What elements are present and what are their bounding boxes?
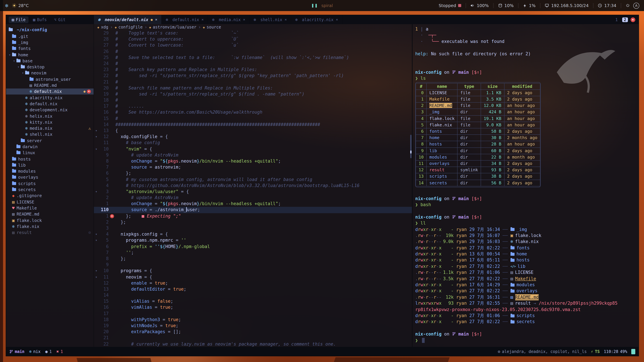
tabpage-2[interactable]: 2	[622, 17, 628, 22]
code-line[interactable]: 1✖ }; ■ Expecting ";"	[94, 213, 412, 219]
code-line[interactable]: 15#	[94, 115, 412, 121]
code-line[interactable]: 18 withPython3 = true;	[94, 317, 412, 323]
code-line[interactable]: 14	[94, 292, 412, 298]
code-line[interactable]: 28# Convert to uppercase: `U`	[94, 36, 412, 42]
code-line[interactable]: 16 vimAlias = true;	[94, 305, 412, 311]
code-area[interactable]: 29# Toggle text's case: `~`28# Convert t…	[94, 30, 412, 347]
code-line[interactable]: 23# Search key pattern and Replace in Mu…	[94, 67, 412, 73]
code-line[interactable]: 21#	[94, 79, 412, 85]
code-line[interactable]: 17# ......	[94, 103, 412, 109]
code-line[interactable]: 7 '';	[94, 250, 412, 256]
tree-item[interactable]: ❄flake.nix	[6, 223, 94, 229]
code-line[interactable]: 15 viAlias = false;	[94, 299, 412, 305]
code-line[interactable]: 9 # update AstroNvim	[94, 152, 412, 158]
tree-item[interactable]: linux	[6, 150, 94, 156]
tree-item[interactable]: ▤result⊙	[6, 229, 94, 236]
scrollbar-thumb[interactable]	[410, 135, 412, 158]
tree-item[interactable]: ▤README.md	[6, 82, 94, 88]
code-line[interactable]: 20# Search file name pattern and Replace…	[94, 85, 412, 91]
buffer-tab[interactable]: ❄default.nix×	[162, 15, 208, 24]
code-line[interactable]: 11 # base config	[94, 140, 412, 146]
code-line[interactable]: 22# sed -ri "s/pattern_str/replace_str/g…	[94, 73, 412, 79]
code-line[interactable]: 19# sed -ri "s/pattern_str/replace_str/g…	[94, 91, 412, 97]
tree-item[interactable]: ❄development.nix	[6, 107, 94, 113]
tree-item[interactable]: ▾desktop	[6, 64, 94, 70]
tree-item[interactable]: ❄kitty.nix	[6, 119, 94, 125]
tree-item[interactable]: ❄media.nix⚠	[6, 125, 94, 131]
tree-item[interactable]: ❄default.nix	[6, 101, 94, 107]
tree-item[interactable]: ♥Makefile	[6, 205, 94, 211]
tree-root[interactable]: ~/nix-config	[6, 26, 94, 33]
tree-item[interactable]: ❄helix.nix	[6, 113, 94, 119]
tree-item[interactable]: ❄alacritty.nix	[6, 94, 94, 101]
code-line[interactable]: 18#	[94, 97, 412, 103]
code-line[interactable]: 6 };	[94, 170, 412, 176]
code-line[interactable]: 19 withNodeJs = true;	[94, 323, 412, 329]
code-line[interactable]: 2 };	[94, 219, 412, 225]
code-line[interactable]: 17	[94, 311, 412, 317]
tree-item[interactable]: darwin	[6, 144, 94, 150]
disk-module[interactable]: 10%	[498, 3, 514, 8]
tree-item[interactable]: fonts	[6, 45, 94, 52]
code-line[interactable]: 8 onChange = "${pkgs.neovim}/bin/nvim --…	[94, 158, 412, 164]
code-line[interactable]: 21	[94, 335, 412, 341]
code-line[interactable]: 9	[94, 262, 412, 268]
code-line[interactable]: ▾3 "astronvim/lua/user" = {	[94, 189, 412, 195]
tree-item[interactable]: ▤LICENSE	[6, 199, 94, 205]
code-line[interactable]: 29# Toggle text's case: `~`	[94, 30, 412, 36]
code-line[interactable]: ▾10 programs = {	[94, 268, 412, 274]
code-line[interactable]: ▾4 nixpkgs.config = {	[94, 231, 412, 237]
close-icon[interactable]: ×	[336, 17, 338, 22]
code-line[interactable]: 1 onChange = "${pkgs.neovim}/bin/nvim --…	[94, 201, 412, 207]
command-line[interactable]: ❯ ll	[415, 220, 639, 226]
player-status-module[interactable]: Stopped	[439, 3, 461, 8]
close-icon[interactable]: ×	[202, 17, 204, 22]
code-line[interactable]: 20 extraPackages = [];	[94, 329, 412, 335]
code-line[interactable]: 2 # update AstroNvim	[94, 195, 412, 201]
code-line[interactable]: ▾12 xdg.configFile = {	[94, 134, 412, 140]
code-line[interactable]: 8 };	[94, 256, 412, 262]
code-line[interactable]: 4 # https://github.com/AstroNvim/AstroNv…	[94, 183, 412, 189]
code-line[interactable]: ▾13{	[94, 128, 412, 134]
command-line[interactable]: ❯ ls	[415, 75, 639, 82]
tree-item[interactable]: scripts	[6, 180, 94, 187]
code-line[interactable]: ▾11 neovim = {	[94, 274, 412, 280]
code-line[interactable]: 14######################################…	[94, 122, 412, 128]
buffer-tab[interactable]: ❄neovim/default.nix●×	[94, 15, 162, 24]
code-line[interactable]: 22 # currently we use lazy.nvim as neovi…	[94, 341, 412, 347]
network-module[interactable]: 192.168.5.100/24	[545, 3, 589, 8]
code-line[interactable]: 24#	[94, 61, 412, 67]
breadcrumb-item[interactable]: ◈xdg	[97, 25, 108, 29]
scrollbar[interactable]	[410, 44, 412, 270]
code-line[interactable]: 12 enable = true;	[94, 280, 412, 286]
cpu-module[interactable]: 1%	[523, 3, 536, 8]
buffer-tab[interactable]: ❄shell.nix×	[250, 15, 291, 24]
tree-item[interactable]: .git	[6, 33, 94, 39]
code-line[interactable]: 7 source = astronvim;	[94, 164, 412, 170]
tree-item[interactable]: server	[6, 137, 94, 144]
tree-item[interactable]: ▣flake.lock	[6, 217, 94, 223]
code-line[interactable]: 25# Save the selected text to a file: `:…	[94, 55, 412, 61]
tree-item[interactable]: _img	[6, 39, 94, 45]
tree-item[interactable]: ▾base	[6, 58, 94, 64]
editor-pane[interactable]: ◈xdg›◈configFile›◈astronvim/lua/user›◈so…	[94, 24, 412, 347]
nix-logo-icon[interactable]: ❄	[5, 3, 8, 8]
power-module[interactable]	[626, 3, 630, 8]
tabpage-1[interactable]: 1	[614, 17, 619, 22]
close-icon[interactable]: ×	[284, 17, 287, 22]
code-line[interactable]: 26#	[94, 48, 412, 54]
keyboard-layout-indicator[interactable]: A	[633, 2, 639, 8]
volume-module[interactable]: 100%	[470, 3, 489, 8]
tree-item[interactable]: ❄default.nix●✖	[6, 88, 94, 94]
breadcrumb-item[interactable]: ◈source	[203, 25, 221, 29]
tree-item[interactable]: ▤README.md	[6, 211, 94, 217]
tree-item[interactable]: lib	[6, 162, 94, 168]
command-line[interactable]: ❯ bash	[415, 202, 639, 208]
code-line[interactable]: 6 prefix = ''${HOME}/.npm-global	[94, 244, 412, 250]
code-line[interactable]: 16# See https://astronvim.com/Basic%20Us…	[94, 109, 412, 115]
close-icon[interactable]: ×	[243, 17, 245, 22]
code-line[interactable]: ▾5 programs.npm.npmrc = ''	[94, 238, 412, 244]
tree-item[interactable]: hosts	[6, 156, 94, 162]
breadcrumb-item[interactable]: ◈configFile	[115, 25, 143, 29]
buffer-tab[interactable]: ❄media.nix×	[208, 15, 250, 24]
